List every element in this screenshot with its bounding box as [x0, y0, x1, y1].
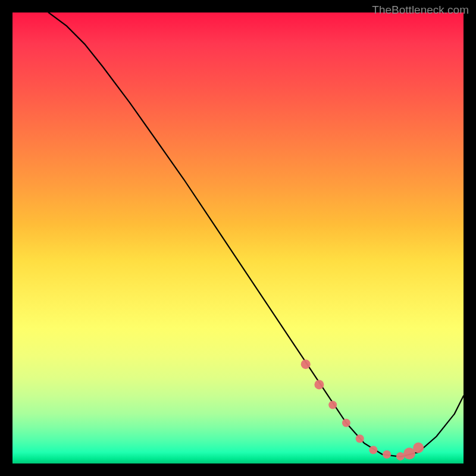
- chart-marker-dot: [383, 450, 391, 459]
- attribution-text: TheBottleneck.com: [372, 4, 469, 17]
- chart-svg: [12, 12, 464, 464]
- chart-marker-dot: [314, 380, 324, 389]
- chart-marker-dot: [356, 434, 364, 443]
- chart-markers-group: [301, 359, 424, 461]
- chart-marker-dot: [413, 443, 424, 453]
- chart-plot-area: [12, 12, 464, 464]
- chart-marker-dot: [342, 419, 350, 427]
- chart-marker-dot: [369, 446, 377, 454]
- chart-marker-dot: [396, 452, 405, 461]
- chart-marker-dot: [301, 359, 311, 369]
- chart-curve-line: [49, 12, 464, 457]
- chart-marker-dot: [328, 401, 337, 409]
